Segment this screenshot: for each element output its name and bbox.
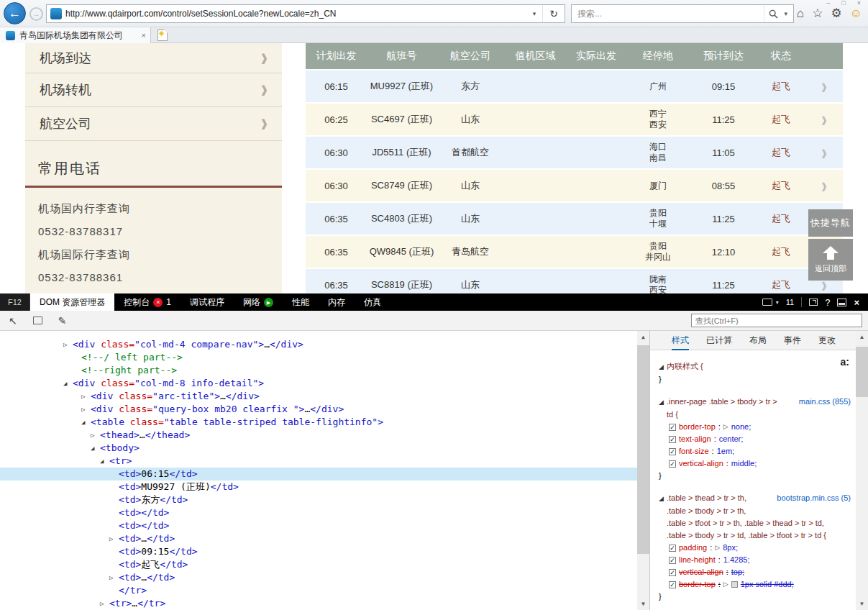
property-checkbox[interactable]: ✓ bbox=[669, 545, 676, 552]
dom-tree-line[interactable]: ◢<div class="col-md-8 info-detail"> bbox=[0, 377, 649, 390]
style-property[interactable]: ✓border-top:▷1px solid #ddd; bbox=[659, 578, 851, 591]
dom-tree-line[interactable]: <td>09:15</td> bbox=[0, 545, 649, 558]
style-property[interactable]: ✓border-top:▷none; bbox=[659, 421, 851, 433]
expand-arrow-icon[interactable]: ▷ bbox=[109, 571, 119, 584]
dom-tree-line[interactable]: ▷<div class="col-md-4 compare-nav">…</di… bbox=[0, 338, 649, 351]
element-highlight-icon[interactable] bbox=[33, 317, 42, 324]
sidebar-menu-item[interactable]: 航空公司› bbox=[25, 107, 282, 141]
edit-html-pencil-icon[interactable]: ✎ bbox=[58, 315, 67, 327]
stylesheet-link[interactable]: main.css (855) bbox=[799, 396, 851, 408]
rule-selector-line[interactable]: main.css (855)◢.inner-page .table > tbod… bbox=[659, 396, 851, 409]
dom-tree-line[interactable]: <td></td> bbox=[0, 519, 649, 532]
flight-row[interactable]: 06:25SC4697 (正班)山东西宁 西安11:25起飞› bbox=[306, 104, 843, 135]
sidebar-menu-item[interactable]: 机场到达› bbox=[25, 43, 282, 73]
favorites-icon[interactable]: ☆ bbox=[812, 6, 823, 21]
flight-row[interactable]: 06:30SC8749 (正班)山东厦门08:55起飞› bbox=[306, 170, 843, 201]
style-property[interactable]: ✓line-height:1.4285; bbox=[659, 554, 851, 566]
devtools-tab[interactable]: 性能 bbox=[283, 293, 319, 311]
search-input[interactable] bbox=[572, 9, 764, 19]
popout-icon[interactable] bbox=[809, 299, 818, 306]
sidebar-menu-item[interactable]: 机场转机› bbox=[25, 73, 282, 107]
back-button[interactable]: ← bbox=[4, 2, 26, 24]
search-box[interactable]: ▾ bbox=[571, 4, 794, 23]
expand-arrow-icon[interactable]: ▷ bbox=[715, 542, 720, 554]
dom-tree-line[interactable]: ◢<tbody> bbox=[0, 442, 649, 455]
styles-tab-已计算[interactable]: 已计算 bbox=[706, 331, 732, 350]
flight-row[interactable]: 06:35SC8819 (正班)山东陇南 西安11:25起飞› bbox=[306, 269, 843, 293]
forward-button[interactable]: → bbox=[29, 7, 43, 21]
help-icon[interactable]: ? bbox=[825, 297, 830, 308]
url-input[interactable] bbox=[65, 9, 526, 19]
devtools-tab[interactable]: DOM 资源管理器 bbox=[30, 293, 114, 311]
style-property[interactable]: ✓font-size:1em; bbox=[659, 445, 851, 458]
dom-tree-line[interactable]: <td></td> bbox=[0, 506, 649, 519]
minimize-icon[interactable]: – bbox=[826, 0, 830, 6]
dom-tree-line[interactable]: ▷<td>…</td> bbox=[0, 532, 649, 545]
dom-tree-line[interactable]: ◢<tr> bbox=[0, 455, 649, 468]
scrollbar-thumb[interactable] bbox=[856, 347, 868, 397]
devtools-tab[interactable]: 调试程序 bbox=[181, 293, 234, 311]
property-checkbox[interactable]: ✓ bbox=[669, 436, 676, 443]
dom-tree-line[interactable]: ▷<td>…</td> bbox=[0, 571, 649, 584]
expand-arrow-icon[interactable]: ◢ bbox=[659, 361, 667, 373]
dom-tree-line[interactable]: ▷<div class="arc-title">…</div> bbox=[0, 390, 649, 403]
styles-tab-事件[interactable]: 事件 bbox=[784, 331, 801, 350]
style-property[interactable]: ✓padding:▷8px; bbox=[659, 542, 851, 554]
expand-arrow-icon[interactable]: ▷ bbox=[81, 390, 91, 403]
expand-arrow-icon[interactable]: ◢ bbox=[91, 442, 100, 455]
devtools-tab[interactable]: 控制台×1 bbox=[114, 293, 181, 311]
devtools-close-icon[interactable]: × bbox=[854, 297, 859, 308]
expand-arrow-icon[interactable]: ▷ bbox=[723, 578, 728, 591]
tab-close-icon[interactable]: × bbox=[137, 31, 146, 40]
expand-arrow-icon[interactable]: ▷ bbox=[109, 532, 119, 545]
scroll-up-icon[interactable]: ▲ bbox=[856, 331, 868, 343]
dom-tree-line[interactable]: ◢<table class="table table-striped table… bbox=[0, 416, 649, 429]
expand-arrow-icon[interactable]: ◢ bbox=[81, 416, 91, 429]
property-checkbox[interactable]: ✓ bbox=[669, 581, 676, 588]
scroll-down-icon[interactable]: ▼ bbox=[637, 598, 649, 610]
flight-row[interactable]: 06:30JD5511 (正班)首都航空海口 南昌11:05起飞› bbox=[306, 137, 843, 168]
dom-tree-line[interactable]: <td>起飞</td> bbox=[0, 558, 649, 571]
style-property[interactable]: ✓vertical-align:middle; bbox=[659, 458, 851, 470]
dom-tree-line[interactable]: <td>MU9927 (正班)</td> bbox=[0, 481, 649, 493]
dom-tree-line[interactable]: <td>东方</td> bbox=[0, 493, 649, 506]
find-input[interactable] bbox=[691, 314, 862, 327]
dom-tree-line[interactable]: </tr> bbox=[0, 584, 649, 597]
quick-nav-button[interactable]: 快捷导航 bbox=[808, 209, 853, 237]
dom-tree-line[interactable]: ▷<div class="query-box mb20 clearfix ">…… bbox=[0, 403, 649, 416]
property-checkbox[interactable]: ✓ bbox=[669, 448, 676, 455]
style-property[interactable]: ✓text-align:center; bbox=[659, 433, 851, 445]
property-checkbox[interactable]: ✓ bbox=[669, 557, 676, 564]
styles-scrollbar[interactable]: ▲ ▼ bbox=[856, 331, 868, 610]
rule-selector-line[interactable]: bootstrap.min.css (5)◢.table > thead > t… bbox=[659, 492, 851, 505]
close-window-icon[interactable]: × bbox=[857, 0, 861, 6]
tools-gear-icon[interactable]: ⚙ bbox=[831, 6, 841, 21]
expand-arrow-icon[interactable]: ▷ bbox=[63, 338, 73, 351]
refresh-icon[interactable]: ↻ bbox=[542, 5, 565, 22]
expand-arrow-icon[interactable]: ▷ bbox=[100, 597, 109, 610]
expand-arrow-icon[interactable]: ◢ bbox=[659, 396, 667, 409]
devtools-tab[interactable]: 网络▶ bbox=[234, 293, 283, 311]
select-element-icon[interactable]: ↖ bbox=[9, 315, 17, 327]
property-checkbox[interactable]: ✓ bbox=[669, 569, 676, 576]
dom-tree-line[interactable]: ▷<thead>…</thead> bbox=[0, 429, 649, 442]
dom-tree-line[interactable]: ▷<tr>…</tr> bbox=[0, 597, 649, 610]
target-device-icon[interactable] bbox=[762, 299, 772, 306]
dom-tree-line[interactable]: <!--/ left part--> bbox=[0, 351, 649, 364]
flight-row[interactable]: 06:35SC4803 (正班)山东贵阳 十堰11:25起飞› bbox=[306, 203, 843, 235]
property-checkbox[interactable]: ✓ bbox=[669, 424, 676, 431]
flight-row[interactable]: 06:35QW9845 (正班)青岛航空贵阳 井冈山12:10起飞› bbox=[306, 236, 843, 268]
flight-row[interactable]: 06:15MU9927 (正班)东方广州09:15起飞› bbox=[306, 70, 843, 102]
search-dropdown-icon[interactable]: ▾ bbox=[782, 10, 793, 17]
scroll-down-icon[interactable]: ▼ bbox=[856, 598, 868, 610]
expand-arrow-icon[interactable]: ▷ bbox=[81, 403, 91, 416]
devtools-tab[interactable]: 仿真 bbox=[355, 293, 390, 311]
device-dropdown-icon[interactable]: ▾ bbox=[776, 299, 779, 306]
search-icon[interactable] bbox=[764, 5, 782, 22]
maximize-icon[interactable]: □ bbox=[841, 0, 845, 6]
back-to-top-button[interactable]: 返回顶部 bbox=[808, 239, 853, 281]
row-detail-button[interactable]: › bbox=[805, 70, 843, 102]
address-dropdown-icon[interactable]: ▾ bbox=[526, 10, 543, 17]
dock-icon[interactable] bbox=[837, 299, 846, 306]
row-detail-button[interactable]: › bbox=[805, 170, 843, 201]
